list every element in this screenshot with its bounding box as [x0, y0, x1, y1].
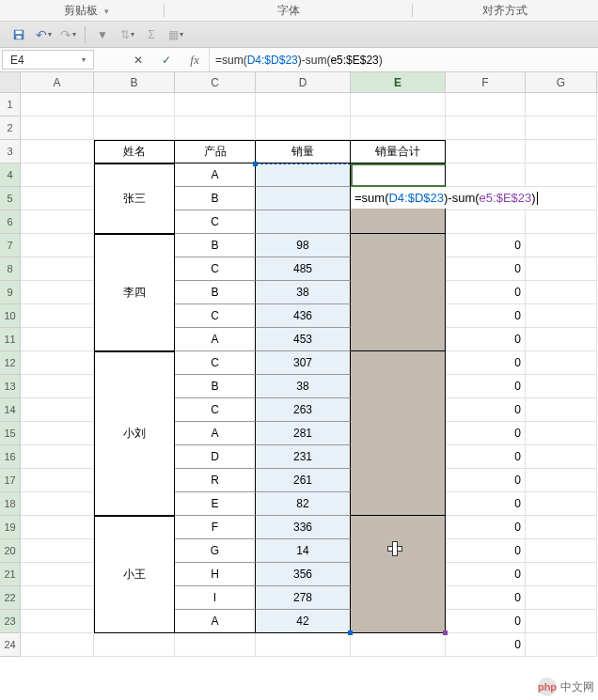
- name-box[interactable]: E4 ▾: [2, 50, 94, 70]
- cell-D6[interactable]: [256, 210, 351, 234]
- cell-D15[interactable]: 281: [256, 422, 351, 445]
- cell-D10[interactable]: 436: [256, 304, 351, 328]
- cell-G14[interactable]: [526, 398, 597, 422]
- cell-F20[interactable]: 0: [446, 539, 526, 563]
- row-header-20[interactable]: 20: [0, 539, 21, 563]
- fx-button[interactable]: fx: [184, 51, 205, 70]
- cell-C7[interactable]: B: [175, 234, 256, 257]
- cancel-formula-button[interactable]: ✕: [128, 51, 149, 70]
- cell-C19[interactable]: F: [175, 516, 256, 539]
- cell-B1[interactable]: [94, 93, 175, 117]
- cell-A4[interactable]: [21, 163, 94, 187]
- cell-G11[interactable]: [526, 328, 597, 351]
- cell-G19[interactable]: [526, 516, 597, 539]
- cell-E7[interactable]: [351, 234, 446, 257]
- cell-F18[interactable]: 0: [446, 492, 526, 516]
- cell-E9[interactable]: [351, 281, 446, 304]
- cell-A10[interactable]: [21, 304, 94, 328]
- cell-C18[interactable]: E: [175, 492, 256, 516]
- cell-F9[interactable]: 0: [446, 281, 526, 304]
- cell-G2[interactable]: [526, 117, 597, 140]
- cell-A12[interactable]: [21, 351, 94, 375]
- cell-D5[interactable]: [256, 187, 351, 210]
- cell-A22[interactable]: [21, 586, 94, 610]
- col-header-F[interactable]: F: [446, 72, 526, 92]
- cell-A1[interactable]: [21, 93, 94, 117]
- cell-B17[interactable]: [94, 469, 175, 492]
- cell-D7[interactable]: 98: [256, 234, 351, 257]
- row-header-19[interactable]: 19: [0, 516, 21, 539]
- cell-D24[interactable]: [256, 633, 351, 657]
- cell-B21[interactable]: 小王: [94, 563, 175, 586]
- cell-A20[interactable]: [21, 539, 94, 563]
- cell-E2[interactable]: [351, 117, 446, 140]
- row-header-1[interactable]: 1: [0, 93, 21, 117]
- cell-C4[interactable]: A: [175, 163, 256, 187]
- cell-B6[interactable]: [94, 210, 175, 234]
- cell-F13[interactable]: 0: [446, 375, 526, 398]
- row-header-5[interactable]: 5: [0, 187, 21, 210]
- row-header-17[interactable]: 17: [0, 469, 21, 492]
- cell-E16[interactable]: [351, 445, 446, 469]
- cell-E23[interactable]: [351, 610, 446, 633]
- save-button[interactable]: [8, 23, 30, 46]
- cell-B9[interactable]: 李四: [94, 281, 175, 304]
- cell-E12[interactable]: [351, 351, 446, 375]
- cell-G3[interactable]: [526, 140, 597, 163]
- row-header-10[interactable]: 10: [0, 304, 21, 328]
- cell-E1[interactable]: [351, 93, 446, 117]
- cell-C5[interactable]: B: [175, 187, 256, 210]
- cell-F11[interactable]: 0: [446, 328, 526, 351]
- cell-G15[interactable]: [526, 422, 597, 445]
- row-header-21[interactable]: 21: [0, 563, 21, 586]
- cell-A2[interactable]: [21, 117, 94, 140]
- row-header-6[interactable]: 6: [0, 210, 21, 234]
- cell-A15[interactable]: [21, 422, 94, 445]
- cell-D19[interactable]: 336: [256, 516, 351, 539]
- cell-A11[interactable]: [21, 328, 94, 351]
- cell-B14[interactable]: [94, 398, 175, 422]
- cell-C11[interactable]: A: [175, 328, 256, 351]
- cell-C13[interactable]: B: [175, 375, 256, 398]
- cell-F19[interactable]: 0: [446, 516, 526, 539]
- cell-A6[interactable]: [21, 210, 94, 234]
- cell-D11[interactable]: 453: [256, 328, 351, 351]
- cell-D9[interactable]: 38: [256, 281, 351, 304]
- sort-button[interactable]: ⇅▾: [116, 23, 138, 46]
- cell-G13[interactable]: [526, 375, 597, 398]
- cell-B24[interactable]: [94, 633, 175, 657]
- cell-G20[interactable]: [526, 539, 597, 563]
- cell-F14[interactable]: 0: [446, 398, 526, 422]
- cell-E10[interactable]: [351, 304, 446, 328]
- cell-C20[interactable]: G: [175, 539, 256, 563]
- undo-button[interactable]: ↶▾: [32, 23, 55, 46]
- cell-B22[interactable]: [94, 586, 175, 610]
- cell-D23[interactable]: 42: [256, 610, 351, 633]
- cell-D3[interactable]: 销量: [256, 140, 351, 163]
- cell-A18[interactable]: [21, 492, 94, 516]
- row-header-23[interactable]: 23: [0, 610, 21, 633]
- cell-F21[interactable]: 0: [446, 563, 526, 586]
- cell-E11[interactable]: [351, 328, 446, 351]
- filter-button[interactable]: ▼: [91, 23, 114, 46]
- row-header-24[interactable]: 24: [0, 633, 21, 657]
- cell-G8[interactable]: [526, 257, 597, 281]
- col-header-A[interactable]: A: [21, 72, 94, 92]
- cell-E6[interactable]: [351, 210, 446, 234]
- cell-C6[interactable]: C: [175, 210, 256, 234]
- cell-A24[interactable]: [21, 633, 94, 657]
- cell-C9[interactable]: B: [175, 281, 256, 304]
- cell-C2[interactable]: [175, 117, 256, 140]
- cell-A13[interactable]: [21, 375, 94, 398]
- cell-F3[interactable]: [446, 140, 526, 163]
- cell-B18[interactable]: [94, 492, 175, 516]
- cell-C12[interactable]: C: [175, 351, 256, 375]
- col-header-G[interactable]: G: [526, 72, 597, 92]
- cell-C8[interactable]: C: [175, 257, 256, 281]
- cell-F7[interactable]: 0: [446, 234, 526, 257]
- cell-G7[interactable]: [526, 234, 597, 257]
- cell-E3[interactable]: 销量合计: [351, 140, 446, 163]
- cell-B12[interactable]: [94, 351, 175, 375]
- cell-A9[interactable]: [21, 281, 94, 304]
- cell-C1[interactable]: [175, 93, 256, 117]
